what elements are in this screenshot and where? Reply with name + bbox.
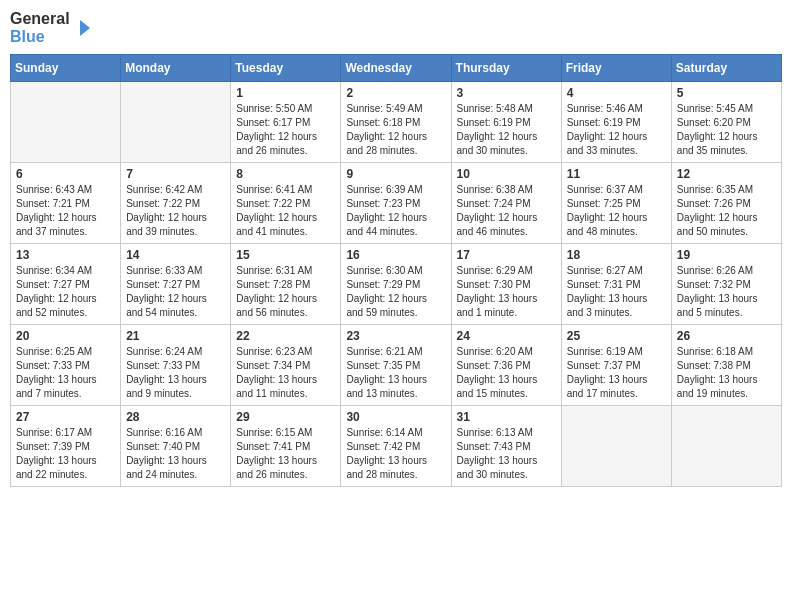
calendar-cell: 13Sunrise: 6:34 AMSunset: 7:27 PMDayligh… xyxy=(11,244,121,325)
sunset-text: Sunset: 7:27 PM xyxy=(16,278,115,292)
logo-general: General xyxy=(10,10,70,28)
sunrise-text: Sunrise: 6:41 AM xyxy=(236,183,335,197)
calendar-week-row: 6Sunrise: 6:43 AMSunset: 7:21 PMDaylight… xyxy=(11,163,782,244)
sunset-text: Sunset: 7:26 PM xyxy=(677,197,776,211)
day-info: Sunrise: 6:16 AMSunset: 7:40 PMDaylight:… xyxy=(126,426,225,482)
calendar-cell: 23Sunrise: 6:21 AMSunset: 7:35 PMDayligh… xyxy=(341,325,451,406)
sunset-text: Sunset: 6:18 PM xyxy=(346,116,445,130)
svg-marker-0 xyxy=(80,20,90,36)
calendar-cell xyxy=(11,82,121,163)
day-number: 8 xyxy=(236,167,335,181)
day-number: 18 xyxy=(567,248,666,262)
calendar-cell: 7Sunrise: 6:42 AMSunset: 7:22 PMDaylight… xyxy=(121,163,231,244)
day-info: Sunrise: 6:23 AMSunset: 7:34 PMDaylight:… xyxy=(236,345,335,401)
daylight-text: Daylight: 13 hours and 15 minutes. xyxy=(457,373,556,401)
sunrise-text: Sunrise: 6:17 AM xyxy=(16,426,115,440)
day-number: 24 xyxy=(457,329,556,343)
day-number: 22 xyxy=(236,329,335,343)
calendar-week-row: 20Sunrise: 6:25 AMSunset: 7:33 PMDayligh… xyxy=(11,325,782,406)
calendar-cell: 27Sunrise: 6:17 AMSunset: 7:39 PMDayligh… xyxy=(11,406,121,487)
sunrise-text: Sunrise: 6:34 AM xyxy=(16,264,115,278)
calendar-week-row: 13Sunrise: 6:34 AMSunset: 7:27 PMDayligh… xyxy=(11,244,782,325)
day-info: Sunrise: 6:15 AMSunset: 7:41 PMDaylight:… xyxy=(236,426,335,482)
calendar-cell: 29Sunrise: 6:15 AMSunset: 7:41 PMDayligh… xyxy=(231,406,341,487)
calendar-cell: 20Sunrise: 6:25 AMSunset: 7:33 PMDayligh… xyxy=(11,325,121,406)
sunset-text: Sunset: 7:30 PM xyxy=(457,278,556,292)
sunrise-text: Sunrise: 5:46 AM xyxy=(567,102,666,116)
daylight-text: Daylight: 12 hours and 35 minutes. xyxy=(677,130,776,158)
sunset-text: Sunset: 7:34 PM xyxy=(236,359,335,373)
sunrise-text: Sunrise: 6:26 AM xyxy=(677,264,776,278)
sunrise-text: Sunrise: 6:35 AM xyxy=(677,183,776,197)
day-info: Sunrise: 6:39 AMSunset: 7:23 PMDaylight:… xyxy=(346,183,445,239)
sunrise-text: Sunrise: 6:13 AM xyxy=(457,426,556,440)
day-info: Sunrise: 6:14 AMSunset: 7:42 PMDaylight:… xyxy=(346,426,445,482)
sunrise-text: Sunrise: 6:31 AM xyxy=(236,264,335,278)
sunset-text: Sunset: 7:36 PM xyxy=(457,359,556,373)
day-number: 5 xyxy=(677,86,776,100)
day-info: Sunrise: 6:18 AMSunset: 7:38 PMDaylight:… xyxy=(677,345,776,401)
daylight-text: Daylight: 12 hours and 26 minutes. xyxy=(236,130,335,158)
sunset-text: Sunset: 7:38 PM xyxy=(677,359,776,373)
sunset-text: Sunset: 7:25 PM xyxy=(567,197,666,211)
calendar-cell xyxy=(671,406,781,487)
daylight-text: Daylight: 13 hours and 24 minutes. xyxy=(126,454,225,482)
sunrise-text: Sunrise: 5:45 AM xyxy=(677,102,776,116)
sunrise-text: Sunrise: 6:16 AM xyxy=(126,426,225,440)
day-number: 13 xyxy=(16,248,115,262)
sunrise-text: Sunrise: 6:37 AM xyxy=(567,183,666,197)
sunset-text: Sunset: 7:39 PM xyxy=(16,440,115,454)
sunset-text: Sunset: 6:19 PM xyxy=(567,116,666,130)
day-number: 2 xyxy=(346,86,445,100)
daylight-text: Daylight: 12 hours and 28 minutes. xyxy=(346,130,445,158)
day-info: Sunrise: 5:49 AMSunset: 6:18 PMDaylight:… xyxy=(346,102,445,158)
calendar-cell: 11Sunrise: 6:37 AMSunset: 7:25 PMDayligh… xyxy=(561,163,671,244)
day-number: 7 xyxy=(126,167,225,181)
weekday-header: Saturday xyxy=(671,55,781,82)
calendar-cell: 4Sunrise: 5:46 AMSunset: 6:19 PMDaylight… xyxy=(561,82,671,163)
daylight-text: Daylight: 13 hours and 9 minutes. xyxy=(126,373,225,401)
daylight-text: Daylight: 13 hours and 7 minutes. xyxy=(16,373,115,401)
day-number: 29 xyxy=(236,410,335,424)
calendar-cell: 26Sunrise: 6:18 AMSunset: 7:38 PMDayligh… xyxy=(671,325,781,406)
sunset-text: Sunset: 7:43 PM xyxy=(457,440,556,454)
daylight-text: Daylight: 13 hours and 1 minute. xyxy=(457,292,556,320)
calendar-cell: 8Sunrise: 6:41 AMSunset: 7:22 PMDaylight… xyxy=(231,163,341,244)
sunrise-text: Sunrise: 6:14 AM xyxy=(346,426,445,440)
daylight-text: Daylight: 13 hours and 28 minutes. xyxy=(346,454,445,482)
daylight-text: Daylight: 12 hours and 46 minutes. xyxy=(457,211,556,239)
day-number: 25 xyxy=(567,329,666,343)
daylight-text: Daylight: 13 hours and 13 minutes. xyxy=(346,373,445,401)
sunset-text: Sunset: 7:37 PM xyxy=(567,359,666,373)
daylight-text: Daylight: 13 hours and 30 minutes. xyxy=(457,454,556,482)
daylight-text: Daylight: 12 hours and 48 minutes. xyxy=(567,211,666,239)
daylight-text: Daylight: 12 hours and 50 minutes. xyxy=(677,211,776,239)
day-info: Sunrise: 6:20 AMSunset: 7:36 PMDaylight:… xyxy=(457,345,556,401)
calendar-cell xyxy=(121,82,231,163)
day-number: 30 xyxy=(346,410,445,424)
logo-arrow-icon xyxy=(72,18,92,38)
day-number: 16 xyxy=(346,248,445,262)
sunrise-text: Sunrise: 6:33 AM xyxy=(126,264,225,278)
sunset-text: Sunset: 7:24 PM xyxy=(457,197,556,211)
day-info: Sunrise: 6:21 AMSunset: 7:35 PMDaylight:… xyxy=(346,345,445,401)
daylight-text: Daylight: 13 hours and 17 minutes. xyxy=(567,373,666,401)
day-number: 14 xyxy=(126,248,225,262)
day-info: Sunrise: 6:13 AMSunset: 7:43 PMDaylight:… xyxy=(457,426,556,482)
daylight-text: Daylight: 12 hours and 54 minutes. xyxy=(126,292,225,320)
sunset-text: Sunset: 6:17 PM xyxy=(236,116,335,130)
daylight-text: Daylight: 12 hours and 56 minutes. xyxy=(236,292,335,320)
calendar-cell: 19Sunrise: 6:26 AMSunset: 7:32 PMDayligh… xyxy=(671,244,781,325)
weekday-header: Friday xyxy=(561,55,671,82)
sunrise-text: Sunrise: 6:21 AM xyxy=(346,345,445,359)
sunset-text: Sunset: 7:33 PM xyxy=(126,359,225,373)
day-info: Sunrise: 6:42 AMSunset: 7:22 PMDaylight:… xyxy=(126,183,225,239)
sunrise-text: Sunrise: 5:50 AM xyxy=(236,102,335,116)
day-info: Sunrise: 6:38 AMSunset: 7:24 PMDaylight:… xyxy=(457,183,556,239)
sunset-text: Sunset: 6:20 PM xyxy=(677,116,776,130)
calendar-week-row: 1Sunrise: 5:50 AMSunset: 6:17 PMDaylight… xyxy=(11,82,782,163)
day-info: Sunrise: 6:24 AMSunset: 7:33 PMDaylight:… xyxy=(126,345,225,401)
day-number: 19 xyxy=(677,248,776,262)
day-number: 11 xyxy=(567,167,666,181)
daylight-text: Daylight: 12 hours and 37 minutes. xyxy=(16,211,115,239)
